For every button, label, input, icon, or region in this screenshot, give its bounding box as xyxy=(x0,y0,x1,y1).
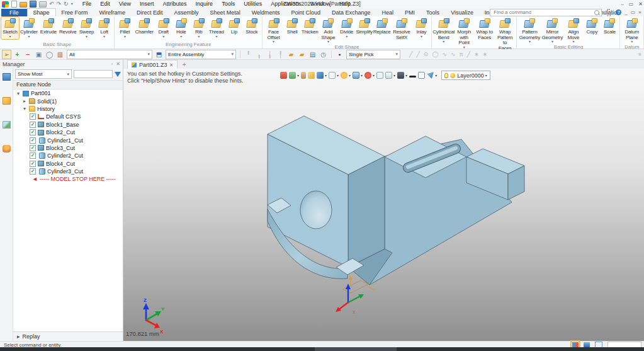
user-manager-icon[interactable] xyxy=(3,145,11,152)
menu-inquire[interactable]: Inquire xyxy=(191,0,218,8)
print-icon[interactable] xyxy=(39,1,47,8)
visibility-checkbox[interactable] xyxy=(30,152,36,159)
doc-restore-button[interactable]: ▭ xyxy=(631,9,636,15)
visibility-checkbox[interactable] xyxy=(30,161,36,167)
loft-button[interactable]: Loft xyxy=(95,17,113,39)
tab-direct-edit[interactable]: Direct Edit xyxy=(131,9,169,16)
mirror-geometry-button[interactable]: Mirror Geometry xyxy=(541,17,563,44)
visibility-checkbox[interactable] xyxy=(30,122,36,128)
expander-icon[interactable] xyxy=(16,91,21,96)
simplify-button[interactable]: Simplify xyxy=(356,17,373,36)
menu-tools[interactable]: Tools xyxy=(217,0,239,8)
menu-file[interactable]: File xyxy=(78,0,96,8)
draft-button[interactable]: Draft xyxy=(155,17,172,39)
settings-gear-icon[interactable] xyxy=(605,9,613,16)
tree-row-solid[interactable]: Solid(1) xyxy=(13,97,123,105)
tree-row-model-stop[interactable]: ----- MODEL STOP HERE ----- xyxy=(13,175,123,183)
tree-row-block4-cut[interactable]: Block4_Cut xyxy=(13,160,123,168)
qat-dropdown-icon[interactable]: ▾ xyxy=(71,0,73,8)
resolve-selfx-button[interactable]: Resolve SelfX xyxy=(391,17,413,41)
save-icon[interactable] xyxy=(30,1,37,8)
extrude-button[interactable]: Extrude xyxy=(39,17,58,36)
monitor-icon[interactable] xyxy=(584,342,590,347)
shell-button[interactable]: Shell xyxy=(283,17,301,36)
class-filter-dropdown[interactable]: All▾ xyxy=(67,50,152,59)
new-tab-button[interactable] xyxy=(179,60,190,69)
tree-row-cylinder2-cut[interactable]: Cylinder2_Cut xyxy=(13,152,123,159)
layer-dropdown[interactable]: Layer0000 ▾ xyxy=(441,71,490,80)
redo-icon[interactable]: ↷ xyxy=(57,0,62,8)
manager-tree-icon[interactable] xyxy=(3,73,11,81)
tab-assembly[interactable]: Assembly xyxy=(169,9,205,16)
tab-free-form[interactable]: Free Form xyxy=(56,9,94,16)
lip-button[interactable]: Lip xyxy=(225,17,243,36)
toolbar-overflow-handle[interactable]: ≡ xyxy=(638,52,641,57)
tab-weldments[interactable]: Weldments xyxy=(246,9,286,16)
history-clock-icon[interactable]: ◷ xyxy=(319,50,327,59)
expander-icon[interactable] xyxy=(22,98,27,104)
folder-icon-2[interactable]: ▰ xyxy=(298,50,306,59)
menu-window[interactable]: Window xyxy=(306,0,335,8)
snap-filter-icon-3[interactable]: ╽ xyxy=(266,50,274,59)
tree-row-block2-cut[interactable]: Block2_Cut xyxy=(13,129,123,136)
snap-filter-icon-4[interactable]: ╿ xyxy=(276,50,285,59)
tab-pmi[interactable]: PMI xyxy=(399,9,421,16)
undo-icon[interactable]: ↶ xyxy=(49,0,54,8)
find-command-box[interactable] xyxy=(490,9,602,16)
scope-icon[interactable]: ⬒ xyxy=(155,50,163,59)
rib-button[interactable]: Rib xyxy=(190,17,208,39)
document-tab-part001[interactable]: Part001.Z3 xyxy=(127,60,178,69)
scale-button[interactable]: Scale xyxy=(601,17,618,36)
add-point-icon[interactable]: + xyxy=(13,50,21,59)
section-view-icon[interactable] xyxy=(341,72,347,79)
align-move-button[interactable]: Align Move xyxy=(563,17,583,44)
tree-row-history[interactable]: History xyxy=(13,105,123,113)
tab-shape[interactable]: Shape xyxy=(27,8,56,16)
doc-close-button[interactable]: × xyxy=(638,9,641,15)
visibility-checkbox[interactable] xyxy=(30,145,36,151)
datum-display-icon[interactable] xyxy=(385,72,392,79)
revolve-button[interactable]: Revolve xyxy=(58,17,78,36)
hole-button[interactable]: Hole xyxy=(172,17,190,39)
pattern-geometry-button[interactable]: Pattern Geometry xyxy=(518,17,541,44)
fillet-button[interactable]: Fillet xyxy=(116,17,133,39)
model-stop-arrow-icon[interactable] xyxy=(32,176,38,182)
regen-icon[interactable]: ↻ xyxy=(64,0,69,8)
wrap-to-faces-button[interactable]: Wrap to Faces xyxy=(474,17,495,41)
tree-row-part001[interactable]: Part001 xyxy=(13,89,123,97)
replace-button[interactable]: Replace xyxy=(373,17,391,36)
datum-plane-button[interactable]: Datum Plane xyxy=(621,17,642,44)
snapshot-icon[interactable] xyxy=(376,72,383,79)
tab-visualize[interactable]: Visualize xyxy=(445,9,479,16)
menu-applications[interactable]: Applications xyxy=(266,0,306,8)
replay-bar[interactable]: Replay xyxy=(13,331,123,341)
home-icon[interactable]: ⌂ xyxy=(483,8,487,16)
exit-hints-icon[interactable] xyxy=(280,72,287,79)
minimize-button[interactable]: – xyxy=(621,0,623,8)
tree-row-cylinder1-cut[interactable]: Cylinder1_Cut xyxy=(13,136,123,144)
menu-edit[interactable]: Edit xyxy=(96,0,115,8)
view-orientation-icon[interactable] xyxy=(317,72,324,79)
filter-chart-icon[interactable]: ▥ xyxy=(56,50,64,59)
copy-button[interactable]: Copy xyxy=(583,17,601,36)
panel-float-icon[interactable]: ▫ xyxy=(111,61,113,67)
open-file-icon[interactable] xyxy=(20,2,27,8)
fly-through-icon[interactable] xyxy=(427,72,434,79)
shade-icon[interactable] xyxy=(308,72,315,79)
folder-icon-1[interactable]: ▰ xyxy=(287,50,295,59)
chamfer-button[interactable]: Chamfer xyxy=(133,17,154,36)
menu-attributes[interactable]: Attributes xyxy=(159,0,191,8)
eraser-icon[interactable] xyxy=(301,72,306,79)
render-mode-icon[interactable] xyxy=(397,72,404,79)
tree-filter-dropdown[interactable]: Show Most▾ xyxy=(15,69,72,79)
visibility-checkbox[interactable] xyxy=(30,113,36,120)
stock-button[interactable]: Stock xyxy=(243,17,261,36)
feature-node-column-header[interactable]: Feature Node xyxy=(13,80,123,89)
replay-expander-icon[interactable] xyxy=(17,333,20,340)
rotate-view-icon[interactable] xyxy=(364,72,371,79)
visibility-checkbox[interactable] xyxy=(30,168,36,175)
canvas-background-icon[interactable] xyxy=(418,72,425,79)
sweep-button[interactable]: Sweep xyxy=(77,17,95,39)
menu-insert[interactable]: Insert xyxy=(135,0,159,8)
expander-icon[interactable] xyxy=(22,106,27,112)
